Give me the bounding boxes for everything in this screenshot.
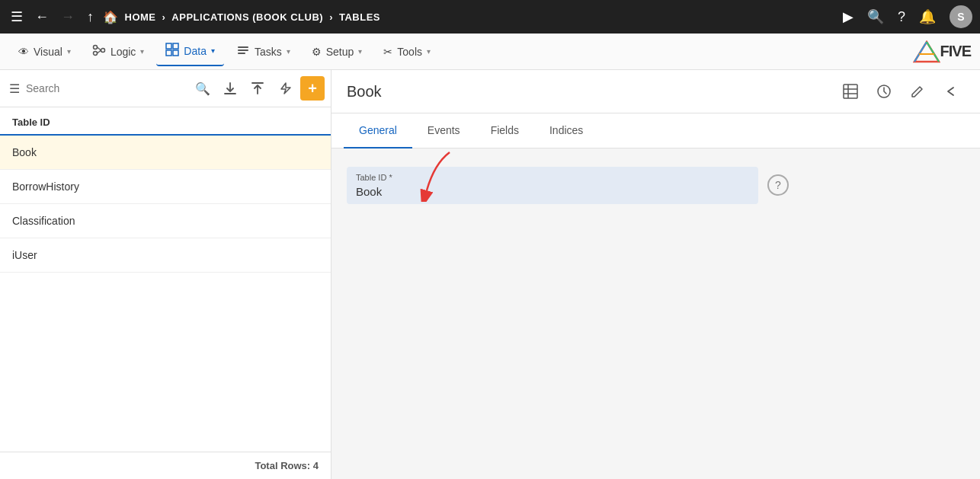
form-field-container: Table ID * ?	[347, 167, 965, 204]
search-button[interactable]: 🔍	[191, 76, 215, 101]
content-area: Table ID * ?	[331, 148, 980, 479]
svg-point-1	[93, 52, 97, 56]
svg-rect-11	[238, 53, 245, 54]
setup-icon: ⚙	[312, 46, 322, 58]
edit-button[interactable]	[904, 78, 931, 105]
svg-rect-5	[166, 43, 171, 49]
table-row-iuser-label: iUser	[12, 249, 37, 261]
svg-line-14	[927, 42, 939, 62]
breadcrumb: 🏠 HOME › APPLICATIONS (BOOK CLUB) › TABL…	[103, 10, 380, 24]
logic-icon	[92, 43, 106, 59]
visual-arrow: ▾	[67, 47, 71, 56]
data-arrow: ▾	[211, 46, 215, 55]
breadcrumb-sep-2: ›	[329, 11, 333, 23]
left-footer: Total Rows: 4	[0, 452, 331, 479]
help-icon[interactable]: ?	[767, 174, 789, 196]
svg-line-3	[97, 47, 101, 50]
tabs-bar: General Events Fields Indices	[331, 113, 980, 148]
table-row-iuser[interactable]: iUser	[0, 238, 331, 273]
nav-item-setup[interactable]: ⚙ Setup ▾	[303, 40, 372, 64]
app-label[interactable]: APPLICATIONS (BOOK CLUB)	[171, 11, 323, 23]
nav-item-logic[interactable]: Logic ▾	[83, 37, 153, 65]
svg-line-4	[97, 50, 101, 53]
home-icon: 🏠	[103, 10, 119, 24]
table-row-borrowhistory[interactable]: BorrowHistory	[0, 170, 331, 204]
svg-point-2	[101, 49, 104, 53]
table-row-borrowhistory-label: BorrowHistory	[12, 180, 79, 193]
visual-label: Visual	[34, 46, 62, 58]
play-button[interactable]: ▶	[843, 8, 853, 25]
nav-item-tools[interactable]: ✂ Tools ▾	[374, 40, 440, 64]
data-label: Data	[184, 45, 207, 57]
table-view-button[interactable]	[837, 78, 864, 105]
nav-item-data[interactable]: Data ▾	[156, 37, 224, 66]
five-logo: FIVE	[913, 40, 971, 63]
left-panel: ☰ 🔍 + Table ID	[0, 70, 331, 479]
svg-rect-9	[238, 46, 248, 48]
second-navigation: 👁 Visual ▾ Logic ▾ Data ▾	[0, 34, 980, 70]
help-button[interactable]: ?	[898, 9, 905, 25]
table-id-field[interactable]: Table ID *	[347, 167, 758, 204]
nav-item-visual[interactable]: 👁 Visual ▾	[9, 40, 80, 64]
top-navigation: ☰ ← → ↑ 🏠 HOME › APPLICATIONS (BOOK CLUB…	[0, 0, 980, 34]
tasks-icon	[236, 43, 250, 59]
hamburger-menu[interactable]: ☰	[8, 7, 26, 27]
svg-rect-10	[238, 49, 248, 51]
forward-button[interactable]: →	[58, 7, 78, 27]
data-icon	[165, 43, 179, 59]
lightning-button[interactable]	[273, 76, 297, 101]
filter-icon[interactable]: ☰	[6, 78, 23, 99]
tools-icon: ✂	[383, 46, 392, 58]
table-row-classification[interactable]: Classification	[0, 204, 331, 238]
upload-button[interactable]	[245, 76, 270, 101]
svg-rect-7	[166, 50, 171, 56]
table-row-book[interactable]: Book	[0, 136, 331, 170]
tasks-arrow: ▾	[287, 47, 290, 56]
logic-label: Logic	[110, 46, 136, 58]
tools-label: Tools	[397, 46, 422, 58]
tables-label[interactable]: TABLES	[339, 11, 380, 23]
main-area: ☰ 🔍 + Table ID	[0, 70, 980, 479]
search-input[interactable]	[26, 82, 187, 94]
top-nav-right: ▶ 🔍 ? 🔔 S	[843, 5, 972, 28]
back-button[interactable]: ←	[32, 7, 52, 27]
right-panel: Book	[331, 70, 980, 479]
table-id-label: Table ID *	[356, 173, 749, 182]
table-row-classification-label: Classification	[12, 215, 75, 227]
right-header-actions	[837, 78, 965, 105]
setup-label: Setup	[326, 46, 354, 58]
add-button[interactable]: +	[300, 76, 325, 101]
nav-item-tasks[interactable]: Tasks ▾	[227, 37, 299, 65]
avatar[interactable]: S	[950, 5, 972, 28]
setup-arrow: ▾	[358, 47, 362, 56]
table-row-book-label: Book	[12, 146, 37, 158]
svg-rect-6	[173, 43, 178, 49]
visual-icon: 👁	[18, 46, 29, 58]
table-header: Table ID	[0, 107, 331, 136]
breadcrumb-sep-1: ›	[162, 11, 166, 23]
svg-rect-8	[173, 50, 178, 56]
svg-point-0	[93, 46, 97, 49]
table-rows: Book BorrowHistory Classification iUser	[0, 136, 331, 452]
up-button[interactable]: ↑	[84, 7, 97, 27]
search-bar: ☰ 🔍 +	[0, 70, 331, 107]
logic-arrow: ▾	[140, 47, 144, 56]
bell-button[interactable]: 🔔	[919, 8, 936, 25]
history-button[interactable]	[870, 78, 898, 105]
five-text: FIVE	[940, 43, 971, 60]
tab-indices[interactable]: Indices	[534, 113, 598, 148]
tab-events[interactable]: Events	[412, 113, 476, 148]
home-label[interactable]: HOME	[125, 11, 156, 23]
tools-arrow: ▾	[427, 47, 431, 56]
search-button[interactable]: 🔍	[867, 8, 884, 25]
svg-marker-12	[914, 42, 939, 62]
right-header: Book	[331, 70, 980, 113]
back-button[interactable]	[937, 78, 965, 105]
tab-general[interactable]: General	[344, 113, 412, 148]
right-title: Book	[347, 83, 837, 101]
svg-rect-18	[844, 85, 857, 98]
download-button[interactable]	[218, 76, 242, 101]
tab-fields[interactable]: Fields	[476, 113, 534, 148]
svg-line-13	[914, 42, 927, 62]
table-id-input[interactable]	[356, 185, 749, 198]
